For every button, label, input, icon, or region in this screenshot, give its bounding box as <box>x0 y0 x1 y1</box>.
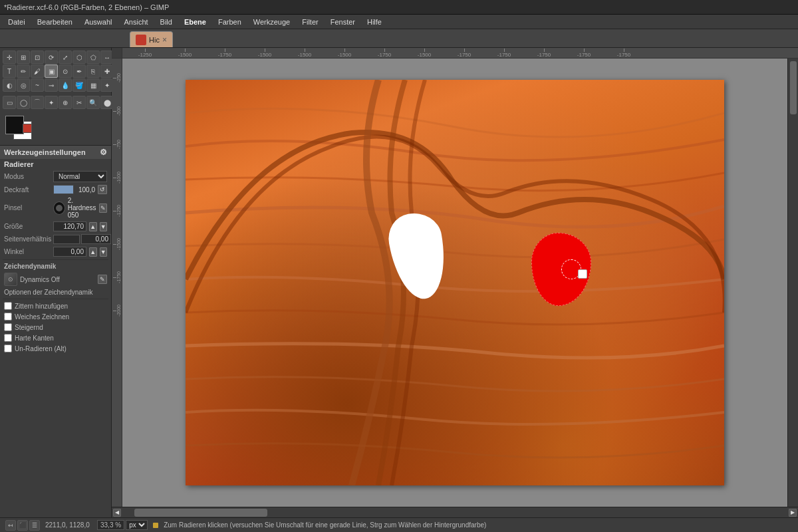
v-tick-2000: -2000 <box>113 294 122 327</box>
cb-unradieren-label: Un-Radieren (Alt) <box>15 345 66 352</box>
tool-scale[interactable]: ⤢ <box>59 51 72 64</box>
tool-fuzzy-sel[interactable]: ✦ <box>45 96 58 109</box>
menu-bild[interactable]: Bild <box>155 17 178 27</box>
separator2 <box>3 299 108 299</box>
tool-rect-sel[interactable]: ▭ <box>3 96 16 109</box>
menu-hilfe[interactable]: Hilfe <box>362 17 387 27</box>
groesse-up[interactable]: ▲ <box>89 222 97 231</box>
winkel-down[interactable]: ▼ <box>100 247 108 257</box>
tool-text[interactable]: T <box>3 65 16 78</box>
image-tab[interactable]: Hic × <box>130 31 173 47</box>
tool-blend[interactable]: ▦ <box>86 78 100 92</box>
tool-align[interactable]: ⊞ <box>17 51 30 64</box>
tool-airbrush[interactable]: ⊙ <box>59 65 72 78</box>
v-tick-500: -500 <box>113 94 122 128</box>
zeichendynamik-label: Zeichendynamik <box>4 263 56 270</box>
tool-ellipse-sel[interactable]: ◯ <box>17 96 30 109</box>
canyon-background <box>186 80 724 485</box>
tool-bucket[interactable]: 🪣 <box>72 78 86 92</box>
v-tick-750: -750 <box>113 128 122 161</box>
zoom-unit-select[interactable]: px <box>126 520 148 530</box>
tool-smudge[interactable]: ~ <box>31 78 44 92</box>
scroll-right-btn[interactable]: ▶ <box>789 509 797 517</box>
tool-scissors[interactable]: ✂ <box>72 96 86 109</box>
cb-zittern-input[interactable] <box>4 302 12 310</box>
menu-werkzeuge[interactable]: Werkzeuge <box>248 17 295 27</box>
tick-1750c: -1750 <box>444 49 484 58</box>
options-config-button[interactable]: ⚙ <box>100 148 107 157</box>
tool-zoom[interactable]: 🔍 <box>86 96 100 109</box>
menu-ansicht[interactable]: Ansicht <box>118 17 153 27</box>
tool-clone[interactable]: ⎘ <box>86 65 100 78</box>
cb-unradieren-input[interactable] <box>4 344 12 352</box>
dynamics-icon: ⊙ <box>4 273 17 286</box>
tool-eraser[interactable]: ▣ <box>45 65 58 78</box>
foreground-color-swatch[interactable] <box>5 116 24 134</box>
toolbox: ✛ ⊞ ⊡ ⟳ ⤢ ⬡ ⬠ ↔ T ✏ 🖌 ▣ ⊙ ✒ ⎘ ✚ ◐ ◎ ~ ⊸ … <box>0 48 112 517</box>
extra-color-swatch <box>23 124 32 133</box>
canvas-scroll: -250 -500 -750 -1000 <box>112 59 798 507</box>
tool-rotate[interactable]: ⟳ <box>45 51 58 64</box>
deckcraft-row: Deckraft 100,0 ↺ <box>0 184 111 196</box>
tool-pencil[interactable]: ✏ <box>17 65 30 78</box>
dynamics-edit-button[interactable]: ✎ <box>98 275 107 284</box>
canvas-image[interactable] <box>186 80 724 485</box>
status-nav-btn2[interactable]: ⬛ <box>17 520 28 531</box>
status-bar: ↤ ⬛ ☰ 2211,0, 1128,0 33,3 % px Zum Radie… <box>0 517 798 532</box>
modus-row: Modus Normal <box>0 170 111 184</box>
menu-auswahl[interactable]: Auswahl <box>79 17 118 27</box>
tool-ink[interactable]: ✒ <box>72 65 86 78</box>
winkel-row: Winkel ▲ ▼ <box>0 245 111 258</box>
tool-by-color[interactable]: ⊕ <box>59 96 72 109</box>
cb-steigernd-input[interactable] <box>4 323 12 331</box>
cb-harte-input[interactable] <box>4 334 12 342</box>
tool-measure[interactable]: ⊸ <box>45 78 58 92</box>
groesse-input[interactable] <box>53 221 86 231</box>
dynamics-name: Dynamics Off <box>20 276 60 283</box>
zoom-value[interactable]: 33,3 % <box>97 520 124 530</box>
optionen-label: Optionen der Zeichendynamik <box>4 289 92 296</box>
tool-dodge[interactable]: ◐ <box>3 78 16 92</box>
tick-1250: -1250 <box>125 49 165 58</box>
scroll-left-btn[interactable]: ◀ <box>113 509 121 517</box>
modus-label: Modus <box>4 173 51 180</box>
menu-datei[interactable]: Datei <box>3 17 31 27</box>
tool-shear[interactable]: ⬡ <box>72 51 86 64</box>
tool-move[interactable]: ✛ <box>3 51 16 64</box>
tab-close-button[interactable]: × <box>162 35 167 45</box>
pinsel-edit[interactable]: ✎ <box>99 203 107 213</box>
tool-blur[interactable]: ◎ <box>17 78 30 92</box>
menu-filter[interactable]: Filter <box>297 17 323 27</box>
scrollbar-vertical[interactable] <box>787 59 798 507</box>
menu-bearbeiten[interactable]: Bearbeiten <box>32 17 78 27</box>
tool-colorpicker[interactable]: 💧 <box>59 78 72 92</box>
erased-area <box>384 209 452 303</box>
scrollbar-horizontal[interactable]: ◀ ▶ <box>112 507 798 517</box>
tool-paintbrush[interactable]: 🖌 <box>31 65 44 78</box>
tool-options-panel: Werkzeugeinstellungen ⚙ Radierer Modus N… <box>0 145 111 517</box>
winkel-up[interactable]: ▲ <box>89 247 97 257</box>
modus-select[interactable]: Normal <box>53 171 107 182</box>
brush-preview <box>53 201 65 215</box>
cb-weiches-input[interactable] <box>4 313 12 321</box>
tool-perspective[interactable]: ⬠ <box>86 51 100 64</box>
seitenverh-input[interactable] <box>81 234 111 244</box>
seitenverh-slider-left[interactable] <box>53 235 80 244</box>
v-ruler-ticks: -250 -500 -750 -1000 <box>112 59 122 327</box>
winkel-input[interactable] <box>53 247 86 257</box>
tool-free-sel[interactable]: ⌒ <box>31 96 44 109</box>
menu-farben[interactable]: Farben <box>213 17 247 27</box>
color-swatches <box>4 114 37 141</box>
status-nav-btn3[interactable]: ☰ <box>29 520 40 531</box>
hscroll-thumb[interactable] <box>134 509 267 517</box>
groesse-down[interactable]: ▼ <box>100 222 108 231</box>
status-nav-btn1[interactable]: ↤ <box>5 520 16 531</box>
menu-fenster[interactable]: Fenster <box>325 17 360 27</box>
vscroll-thumb[interactable] <box>790 61 797 114</box>
canvas-area: -1250 -1500 -1750 -1500 -1500 -1500 -175… <box>112 48 798 517</box>
tool-crop[interactable]: ⊡ <box>31 51 44 64</box>
deckcraft-reset[interactable]: ↺ <box>98 185 107 194</box>
menu-ebene[interactable]: Ebene <box>179 17 211 27</box>
canvas-viewport[interactable] <box>122 59 787 507</box>
deckcraft-slider[interactable] <box>53 185 74 194</box>
